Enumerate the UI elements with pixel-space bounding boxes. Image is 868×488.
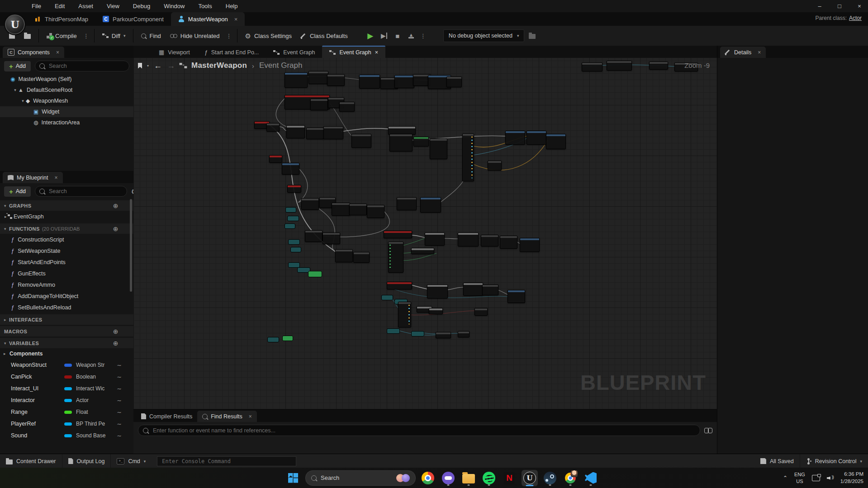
graph-node[interactable]	[310, 99, 328, 110]
revision-control-button[interactable]: Revision Control ▾	[800, 454, 868, 468]
breadcrumb-current[interactable]: Event Graph	[259, 61, 302, 70]
add-graph-icon[interactable]: ⊕	[113, 202, 119, 209]
variable-visibility-icon[interactable]: ∼	[117, 432, 122, 439]
find-button[interactable]: Find	[137, 29, 165, 43]
class-settings-button[interactable]: ⚙ Class Settings	[241, 29, 297, 43]
graph-node[interactable]	[413, 137, 429, 147]
expand-arrow-icon[interactable]: ▾	[20, 99, 26, 103]
graph-node[interactable]	[301, 198, 319, 210]
taskbar-folder-icon[interactable]	[460, 470, 477, 486]
output-log-button[interactable]: Output Log	[62, 454, 111, 468]
function-item-guneffects[interactable]: ƒGunEffects	[0, 268, 133, 279]
functions-section-header[interactable]: ▾ FUNCTIONS (20 OVERRIDAB ⊕	[0, 223, 133, 234]
graph-node[interactable]	[505, 131, 525, 145]
variable-item-range[interactable]: RangeFloat∼	[0, 406, 133, 418]
graph-node-pill[interactable]	[282, 336, 293, 341]
tree-item-interactionarea[interactable]: ◍InteractionArea	[0, 117, 133, 128]
graph-node[interactable]	[446, 76, 462, 87]
chevron-down-icon[interactable]: ▾	[147, 64, 149, 68]
breadcrumb-root[interactable]: MasterWeapon	[191, 61, 247, 70]
components-search-input[interactable]	[48, 62, 125, 70]
class-defaults-button[interactable]: Class Defaults	[296, 29, 352, 43]
graph-tab-viewport[interactable]: ▦Viewport	[152, 47, 197, 58]
function-item-removeammo[interactable]: ƒRemoveAmmo	[0, 279, 133, 290]
variable-visibility-icon[interactable]: ∼	[117, 421, 122, 427]
add-variable-icon[interactable]: ⊕	[113, 340, 119, 347]
graph-node[interactable]	[482, 284, 498, 295]
close-button[interactable]: ×	[856, 3, 863, 9]
bookmark-icon[interactable]	[138, 63, 142, 69]
graph-node[interactable]	[327, 74, 345, 86]
graph-node[interactable]	[269, 155, 282, 163]
add-function-icon[interactable]: ⊕	[113, 225, 119, 232]
asset-tab-thirdpersonmap[interactable]: ThirdPersonMap	[28, 12, 95, 26]
parent-class-link[interactable]: Actor	[849, 15, 862, 21]
graph-node[interactable]	[474, 308, 488, 316]
taskbar-unreal-icon[interactable]: U	[522, 470, 538, 486]
eject-button[interactable]: ▲	[405, 29, 417, 42]
tree-item-widget[interactable]: ▣Widget	[0, 106, 133, 117]
menu-item-tools[interactable]: Tools	[198, 3, 212, 9]
add-component-button[interactable]: + Add	[4, 61, 31, 71]
graph-node-pill[interactable]	[308, 271, 322, 277]
compile-options-button[interactable]: ⋮	[81, 33, 91, 39]
taskbar-chrome-icon[interactable]	[420, 470, 436, 486]
compile-button[interactable]: ✓ Compile	[42, 29, 81, 43]
cmd-dropdown-button[interactable]: >_ Cmd ▾	[111, 454, 152, 468]
function-item-setweaponstate[interactable]: ƒSetWeaponState	[0, 245, 133, 256]
graph-node[interactable]	[436, 332, 451, 338]
taskbar-spotify-icon[interactable]	[481, 470, 497, 486]
graph-node[interactable]	[282, 163, 299, 175]
variables-components-category[interactable]: ▸ Components	[0, 348, 133, 359]
graph-node[interactable]	[427, 284, 448, 298]
debug-object-dropdown[interactable]: No debug object selected ▾	[443, 29, 525, 42]
tab-my-blueprint[interactable]: My Blueprint ×	[3, 172, 63, 183]
language-indicator[interactable]: ENG US	[794, 471, 805, 484]
variable-visibility-icon[interactable]: ∼	[117, 362, 122, 369]
graph-node[interactable]	[323, 126, 343, 139]
unreal-logo-icon[interactable]: U	[4, 14, 26, 35]
graph-node[interactable]	[425, 232, 445, 246]
graph-node-pill[interactable]	[381, 295, 393, 300]
play-button[interactable]: ▶	[364, 29, 377, 42]
graph-node-pill[interactable]	[287, 216, 299, 221]
close-icon[interactable]: ×	[56, 49, 59, 56]
graph-node[interactable]	[463, 283, 483, 296]
graph-node[interactable]	[546, 134, 566, 149]
eventgraph-item[interactable]: ▸ EventGraph	[0, 211, 133, 222]
graph-node[interactable]	[359, 75, 380, 89]
debug-browse-button[interactable]	[524, 29, 540, 43]
graph-node[interactable]	[349, 204, 367, 215]
close-icon[interactable]: ×	[54, 175, 57, 181]
taskbar-search[interactable]: Search	[305, 470, 416, 486]
hide-unrelated-options-button[interactable]: ⋮	[224, 33, 234, 39]
taskbar-steam-icon[interactable]	[542, 470, 558, 486]
close-icon[interactable]: ×	[758, 49, 761, 56]
menu-item-debug[interactable]: Debug	[133, 3, 150, 9]
results-tab-compiler-results[interactable]: Compiler Results	[136, 411, 197, 422]
my-blueprint-search-input[interactable]	[48, 188, 123, 195]
graph-node[interactable]	[285, 72, 308, 88]
menu-item-window[interactable]: Window	[164, 3, 185, 9]
graph-node[interactable]	[488, 161, 502, 171]
variable-item-interact_ui[interactable]: Interact_UIInteract Wic∼	[0, 383, 133, 394]
graph-node[interactable]	[389, 134, 413, 152]
results-tab-find-results[interactable]: Find Results×	[197, 411, 257, 422]
graph-node-pill[interactable]	[267, 337, 279, 342]
graph-node-pill[interactable]	[288, 239, 300, 245]
scrollbar[interactable]	[130, 199, 132, 292]
graph-node[interactable]	[332, 203, 350, 216]
graph-node[interactable]	[353, 252, 370, 263]
all-saved-button[interactable]: All Saved	[754, 454, 800, 468]
graphs-section-header[interactable]: ▾ GRAPHS ⊕	[0, 200, 133, 211]
menu-item-file[interactable]: File	[32, 3, 41, 9]
tree-item-defaultsceneroot[interactable]: ▾▲DefaultSceneRoot	[0, 85, 133, 95]
nav-back-icon[interactable]: ←	[154, 62, 162, 70]
graph-node[interactable]	[430, 138, 447, 159]
graph-node[interactable]	[397, 197, 417, 210]
graph-node[interactable]	[339, 102, 355, 112]
diff-button[interactable]: Diff ▾	[98, 29, 130, 43]
graph-node[interactable]	[526, 131, 546, 145]
add-macro-icon[interactable]: ⊕	[113, 328, 119, 335]
find-in-blueprints-icon[interactable]	[704, 428, 712, 433]
